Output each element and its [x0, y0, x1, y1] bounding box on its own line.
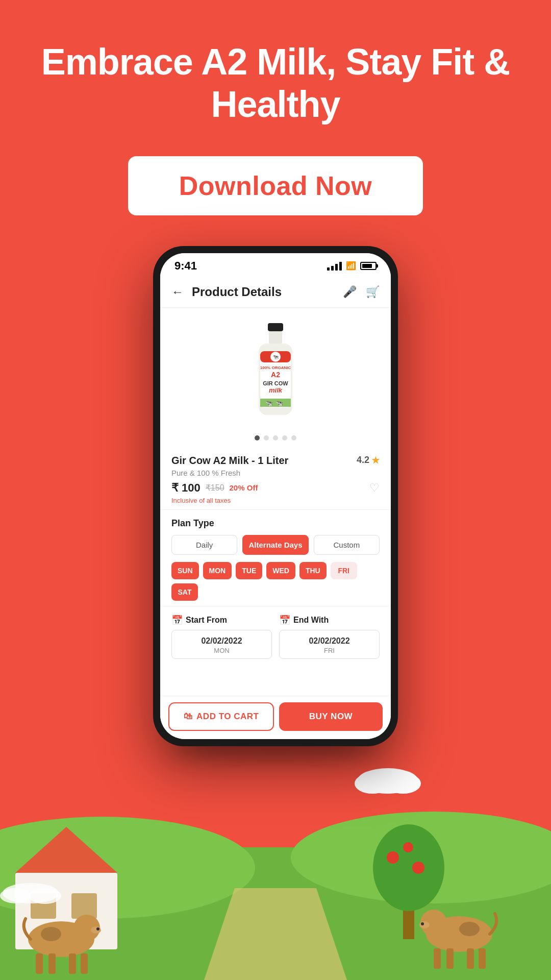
- dot-3[interactable]: [273, 435, 278, 440]
- svg-text:100% ORGANIC: 100% ORGANIC: [260, 365, 291, 370]
- add-to-cart-label: ADD TO CART: [196, 712, 259, 722]
- product-description: Pure & 100 % Fresh: [171, 469, 380, 477]
- microphone-icon[interactable]: 🎤: [343, 285, 357, 299]
- add-to-cart-button[interactable]: 🛍 ADD TO CART: [168, 702, 274, 731]
- tax-note: Inclusive of all taxes: [171, 497, 380, 504]
- day-thu[interactable]: THU: [299, 562, 327, 579]
- cart-bag-icon: 🛍: [184, 712, 193, 722]
- plan-custom-button[interactable]: Custom: [314, 535, 380, 555]
- svg-point-20: [41, 927, 61, 941]
- calendar-start-icon: 📅: [171, 615, 183, 626]
- dot-2[interactable]: [264, 435, 269, 440]
- cart-icon[interactable]: 🛒: [366, 285, 380, 299]
- svg-rect-17: [48, 953, 56, 974]
- end-date-value: 02/02/2022: [287, 636, 372, 646]
- app-content: 🐄 100% ORGANIC A2 GIR COW milk: [160, 308, 391, 696]
- svg-rect-27: [467, 948, 474, 969]
- app-header: ← Product Details 🎤 🛒: [160, 277, 391, 308]
- discount-badge: 20% Off: [230, 483, 258, 492]
- day-sat[interactable]: SAT: [171, 583, 198, 601]
- image-dots: [255, 435, 296, 440]
- product-image-area: 🐄 100% ORGANIC A2 GIR COW milk: [160, 308, 391, 447]
- dot-1[interactable]: [255, 435, 260, 440]
- signal-icon: [327, 261, 342, 271]
- end-date-input[interactable]: 02/02/2022 FRI: [279, 630, 380, 659]
- price-original: ₹150: [206, 483, 224, 493]
- svg-point-9: [387, 851, 399, 864]
- start-date-day: MON: [179, 647, 264, 654]
- day-sun[interactable]: SUN: [171, 562, 199, 579]
- plan-daily-button[interactable]: Daily: [171, 535, 237, 555]
- day-fri[interactable]: FRI: [331, 562, 357, 579]
- svg-text:milk: milk: [269, 386, 283, 394]
- product-name: Gir Cow A2 Milk - 1 Liter: [171, 455, 357, 467]
- status-time: 9:41: [174, 259, 197, 273]
- svg-point-32: [385, 773, 421, 794]
- svg-point-31: [355, 773, 390, 794]
- svg-rect-19: [81, 953, 88, 974]
- plan-alternate-button[interactable]: Alternate Days: [242, 535, 308, 555]
- start-date-input[interactable]: 02/02/2022 MON: [171, 630, 272, 659]
- product-image: 🐄 100% ORGANIC A2 GIR COW milk: [230, 318, 321, 430]
- svg-rect-26: [446, 948, 454, 969]
- phone-mockup: 9:41 📶 ← Product Details: [153, 246, 398, 746]
- end-date-col: 📅 End With 02/02/2022 FRI: [279, 615, 380, 659]
- svg-point-23: [419, 921, 430, 928]
- svg-point-10: [412, 862, 424, 874]
- day-mon[interactable]: MON: [203, 562, 232, 579]
- svg-text:🐄: 🐄: [272, 354, 279, 360]
- day-wed[interactable]: WED: [266, 562, 295, 579]
- start-date-label: Start From: [186, 616, 227, 625]
- page-title: Product Details: [192, 285, 343, 299]
- svg-rect-25: [434, 948, 441, 969]
- svg-rect-28: [479, 948, 486, 969]
- day-selector: SUN MON TUE WED THU FRI SAT: [171, 562, 380, 601]
- battery-icon: [360, 262, 377, 270]
- plan-section-title: Plan Type: [171, 518, 380, 529]
- calendar-end-icon: 📅: [279, 615, 290, 626]
- svg-point-34: [0, 888, 31, 903]
- svg-rect-16: [36, 953, 43, 974]
- svg-rect-18: [69, 953, 76, 974]
- bottom-action-bar: 🛍 ADD TO CART BUY NOW: [160, 696, 391, 739]
- status-icons: 📶: [327, 261, 377, 271]
- svg-point-11: [403, 842, 413, 852]
- status-bar: 9:41 📶: [160, 253, 391, 277]
- svg-rect-36: [268, 323, 283, 331]
- plan-section: Plan Type Daily Alternate Days Custom SU…: [160, 510, 391, 606]
- plan-buttons: Daily Alternate Days Custom: [171, 535, 380, 555]
- dot-5[interactable]: [291, 435, 296, 440]
- svg-point-24: [421, 922, 424, 925]
- svg-text:A2: A2: [271, 371, 280, 379]
- svg-text:GIR COW: GIR COW: [263, 380, 288, 386]
- star-icon: ★: [371, 455, 380, 466]
- svg-point-35: [29, 888, 61, 904]
- start-date-value: 02/02/2022: [179, 636, 264, 646]
- start-date-col: 📅 Start From 02/02/2022 MON: [171, 615, 272, 659]
- end-date-label: End With: [293, 616, 329, 625]
- svg-point-14: [91, 926, 101, 934]
- buy-now-button[interactable]: BUY NOW: [279, 702, 383, 731]
- svg-text:🐄: 🐄: [265, 399, 273, 407]
- wishlist-button[interactable]: ♡: [369, 481, 380, 495]
- product-rating: 4.2 ★: [357, 455, 380, 466]
- svg-point-29: [459, 922, 480, 936]
- end-date-day: FRI: [287, 647, 372, 654]
- date-section: 📅 Start From 02/02/2022 MON �: [160, 606, 391, 665]
- hero-title: Embrace A2 Milk, Stay Fit & Healthy: [0, 0, 551, 126]
- svg-text:🐄: 🐄: [276, 399, 283, 407]
- wifi-icon: 📶: [346, 261, 356, 271]
- svg-point-8: [373, 824, 444, 911]
- download-button[interactable]: Download Now: [128, 156, 423, 215]
- product-info: Gir Cow A2 Milk - 1 Liter 4.2 ★ Pure & 1…: [160, 447, 391, 510]
- price-current: ₹ 100: [171, 481, 201, 495]
- day-tue[interactable]: TUE: [236, 562, 262, 579]
- dot-4[interactable]: [282, 435, 287, 440]
- svg-rect-37: [269, 331, 282, 344]
- svg-point-15: [96, 927, 99, 930]
- back-button[interactable]: ←: [171, 283, 188, 301]
